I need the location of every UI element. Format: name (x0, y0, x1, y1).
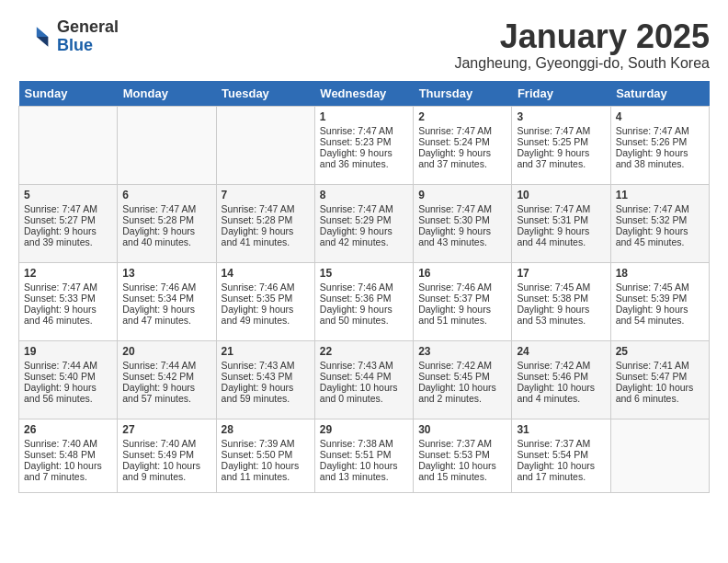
cell-content: Sunrise: 7:46 AM (418, 282, 506, 293)
cell-content: Sunrise: 7:44 AM (122, 360, 210, 371)
cell-content: Sunrise: 7:40 AM (122, 438, 210, 449)
day-number: 31 (517, 423, 605, 436)
day-number: 10 (517, 189, 605, 201)
calendar-week-2: 5Sunrise: 7:47 AMSunset: 5:27 PMDaylight… (19, 184, 710, 262)
logo-icon (18, 20, 51, 53)
day-number: 3 (517, 110, 605, 123)
cell-content: Sunset: 5:33 PM (24, 293, 112, 304)
day-number: 16 (418, 267, 506, 280)
calendar-cell: 12Sunrise: 7:47 AMSunset: 5:33 PMDayligh… (19, 262, 118, 340)
calendar-table: SundayMondayTuesdayWednesdayThursdayFrid… (18, 81, 710, 493)
calendar-week-1: 1Sunrise: 7:47 AMSunset: 5:23 PMDaylight… (19, 106, 710, 184)
cell-content: Sunset: 5:37 PM (418, 293, 506, 304)
cell-content: Daylight: 10 hours and 17 minutes. (517, 460, 605, 482)
day-number: 26 (24, 423, 112, 436)
cell-content: Sunrise: 7:38 AM (320, 438, 408, 449)
day-number: 5 (24, 189, 112, 201)
day-number: 13 (122, 267, 210, 280)
cell-content: Daylight: 9 hours and 49 minutes. (222, 304, 310, 326)
cell-content: Sunset: 5:28 PM (222, 214, 310, 225)
cell-content: Sunrise: 7:40 AM (24, 438, 112, 449)
day-number: 8 (320, 189, 408, 201)
cell-content: Sunrise: 7:47 AM (616, 125, 704, 136)
day-number: 15 (320, 267, 408, 280)
cell-content: Daylight: 9 hours and 53 minutes. (517, 304, 605, 326)
cell-content: Sunrise: 7:47 AM (517, 203, 605, 214)
cell-content: Sunrise: 7:46 AM (320, 282, 408, 293)
cell-content: Sunset: 5:54 PM (517, 449, 605, 460)
cell-content: Sunset: 5:36 PM (320, 293, 408, 304)
day-number: 17 (517, 267, 605, 280)
calendar-cell: 23Sunrise: 7:42 AMSunset: 5:45 PMDayligh… (414, 340, 512, 419)
cell-content: Sunrise: 7:47 AM (517, 125, 605, 136)
cell-content: Daylight: 9 hours and 46 minutes. (24, 304, 112, 326)
header-wednesday: Wednesday (314, 81, 413, 107)
day-number: 30 (418, 423, 506, 436)
cell-content: Daylight: 9 hours and 51 minutes. (418, 304, 506, 326)
calendar-cell (610, 419, 709, 492)
day-number: 27 (122, 423, 210, 436)
calendar-cell (118, 106, 216, 184)
calendar-cell: 31Sunrise: 7:37 AMSunset: 5:54 PMDayligh… (512, 419, 610, 492)
month-title: January 2025 (454, 18, 710, 55)
cell-content: Sunset: 5:32 PM (616, 214, 704, 225)
calendar-cell: 14Sunrise: 7:46 AMSunset: 5:35 PMDayligh… (216, 262, 314, 340)
cell-content: Sunset: 5:43 PM (222, 371, 310, 382)
logo-general: General (57, 18, 119, 37)
cell-content: Daylight: 9 hours and 36 minutes. (320, 147, 408, 169)
cell-content: Sunrise: 7:47 AM (418, 203, 506, 214)
cell-content: Sunset: 5:25 PM (517, 136, 605, 147)
day-number: 23 (418, 345, 506, 358)
day-number: 21 (222, 345, 310, 358)
cell-content: Sunset: 5:47 PM (616, 371, 704, 382)
cell-content: Daylight: 9 hours and 54 minutes. (616, 304, 704, 326)
calendar-cell: 25Sunrise: 7:41 AMSunset: 5:47 PMDayligh… (610, 340, 709, 419)
cell-content: Daylight: 9 hours and 41 minutes. (222, 225, 310, 247)
cell-content: Sunrise: 7:47 AM (320, 203, 408, 214)
calendar-cell: 22Sunrise: 7:43 AMSunset: 5:44 PMDayligh… (314, 340, 413, 419)
day-number: 11 (616, 189, 704, 201)
calendar-cell: 17Sunrise: 7:45 AMSunset: 5:38 PMDayligh… (512, 262, 610, 340)
day-number: 1 (320, 110, 408, 123)
cell-content: Sunset: 5:31 PM (517, 214, 605, 225)
svg-marker-0 (37, 27, 49, 37)
cell-content: Sunrise: 7:47 AM (122, 203, 210, 214)
header-thursday: Thursday (414, 81, 512, 107)
day-number: 4 (616, 110, 704, 123)
svg-marker-1 (37, 37, 49, 47)
cell-content: Sunrise: 7:47 AM (418, 125, 506, 136)
cell-content: Sunset: 5:35 PM (222, 293, 310, 304)
header-tuesday: Tuesday (216, 81, 314, 107)
cell-content: Sunrise: 7:44 AM (24, 360, 112, 371)
calendar-cell: 20Sunrise: 7:44 AMSunset: 5:42 PMDayligh… (118, 340, 216, 419)
cell-content: Daylight: 9 hours and 43 minutes. (418, 225, 506, 247)
cell-content: Sunset: 5:44 PM (320, 371, 408, 382)
day-number: 25 (616, 345, 704, 358)
cell-content: Sunset: 5:27 PM (24, 214, 112, 225)
cell-content: Sunrise: 7:42 AM (517, 360, 605, 371)
calendar-cell: 18Sunrise: 7:45 AMSunset: 5:39 PMDayligh… (610, 262, 709, 340)
logo-blue: Blue (57, 37, 119, 55)
cell-content: Sunset: 5:24 PM (418, 136, 506, 147)
cell-content: Sunset: 5:39 PM (616, 293, 704, 304)
cell-content: Sunrise: 7:45 AM (517, 282, 605, 293)
calendar-cell: 9Sunrise: 7:47 AMSunset: 5:30 PMDaylight… (414, 184, 512, 262)
day-number: 28 (222, 423, 310, 436)
cell-content: Daylight: 9 hours and 38 minutes. (616, 147, 704, 169)
cell-content: Sunrise: 7:43 AM (222, 360, 310, 371)
cell-content: Daylight: 10 hours and 6 minutes. (616, 382, 704, 404)
calendar-cell: 16Sunrise: 7:46 AMSunset: 5:37 PMDayligh… (414, 262, 512, 340)
calendar-cell: 15Sunrise: 7:46 AMSunset: 5:36 PMDayligh… (314, 262, 413, 340)
title-block: January 2025 Jangheung, Gyeonggi-do, Sou… (454, 18, 710, 72)
day-number: 24 (517, 345, 605, 358)
cell-content: Daylight: 10 hours and 13 minutes. (320, 460, 408, 482)
cell-content: Daylight: 10 hours and 15 minutes. (418, 460, 506, 482)
calendar-header-row: SundayMondayTuesdayWednesdayThursdayFrid… (19, 81, 710, 107)
cell-content: Daylight: 10 hours and 4 minutes. (517, 382, 605, 404)
cell-content: Daylight: 9 hours and 40 minutes. (122, 225, 210, 247)
calendar-week-5: 26Sunrise: 7:40 AMSunset: 5:48 PMDayligh… (19, 419, 710, 492)
cell-content: Sunset: 5:53 PM (418, 449, 506, 460)
cell-content: Daylight: 9 hours and 45 minutes. (616, 225, 704, 247)
day-number: 18 (616, 267, 704, 280)
calendar-cell: 29Sunrise: 7:38 AMSunset: 5:51 PMDayligh… (314, 419, 413, 492)
